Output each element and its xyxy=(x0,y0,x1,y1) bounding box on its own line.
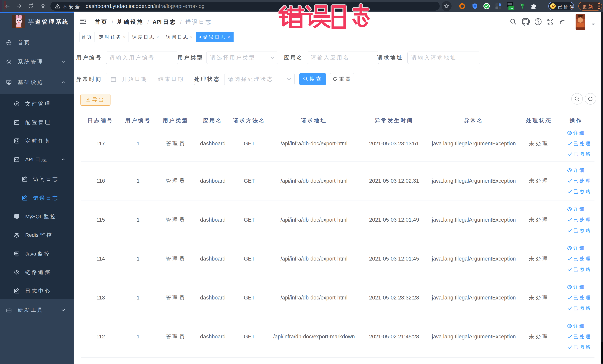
svg-text:on: on xyxy=(510,7,513,10)
